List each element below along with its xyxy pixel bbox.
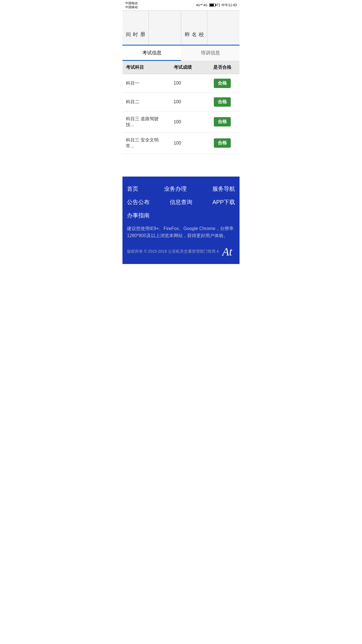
carrier1: 中国电信 [125, 1, 138, 5]
carrier2: 中国移动 [125, 5, 138, 9]
footer-link-home[interactable]: 首页 [127, 185, 138, 193]
table-row: 科目一 100 合格 [122, 74, 240, 93]
pass-2: 合格 [205, 117, 240, 126]
pass-badge-2: 合格 [214, 117, 231, 126]
col-header-subject: 考试科目 [122, 65, 170, 70]
col-header-pass: 是否合格 [205, 65, 240, 70]
tab-bar: 考试信息 培训信息 [122, 46, 240, 61]
pass-badge-0: 合格 [214, 79, 231, 88]
school-name-label-cell: 校名称 [181, 11, 208, 45]
pass-badge-1: 合格 [214, 97, 231, 107]
subject-0: 科目一 [122, 80, 170, 86]
score-0: 100 [170, 81, 205, 86]
table-row: 科目三 道路驾驶技... 100 合格 [122, 111, 240, 133]
footer-link-business[interactable]: 业务办理 [164, 185, 187, 193]
status-bar: 中国电信 中国移动 4G⁴⁶ 4G 71 中午11:43 [122, 0, 240, 10]
pass-badge-3: 合格 [214, 138, 231, 148]
score-3: 100 [170, 141, 205, 146]
footer-guide[interactable]: 办事指南 [127, 212, 235, 219]
footer-link-app[interactable]: APP下载 [212, 198, 235, 206]
school-name-cell [149, 11, 181, 45]
pass-3: 合格 [205, 138, 240, 148]
pass-1: 合格 [205, 97, 240, 107]
battery-icon [209, 3, 216, 7]
school-name-value-cell [207, 11, 240, 45]
footer-link-service[interactable]: 服务导航 [212, 185, 235, 193]
status-right: 4G⁴⁶ 4G 71 中午11:43 [196, 3, 237, 8]
score-2: 100 [170, 119, 205, 124]
battery-level: 71 [217, 3, 220, 7]
table-row: 科目二 100 合格 [122, 93, 240, 111]
tab-exam-info[interactable]: 考试信息 [122, 46, 181, 61]
copyright-text: 版权所有 © 2015-2018 公安机关交通管理部门管局 4 [127, 249, 219, 254]
col-header-score: 考试成绩 [170, 65, 205, 70]
header-table: 册时间 校名称 [122, 10, 240, 46]
table-row: 科目三 安全文明常... 100 合格 [122, 133, 240, 154]
carrier-info: 中国电信 中国移动 [125, 1, 138, 9]
footer-link-notice[interactable]: 公告公布 [127, 198, 150, 206]
footer-link-query[interactable]: 信息查询 [170, 198, 192, 206]
footer-copyright: 版权所有 © 2015-2018 公安机关交通管理部门管局 4 At [127, 245, 235, 258]
register-time-cell: 册时间 [122, 11, 149, 45]
footer-nav-row2: 公告公布 信息查询 APP下载 [127, 198, 235, 206]
spacer [122, 154, 240, 177]
subject-2: 科目三 道路驾驶技... [122, 116, 170, 128]
table-header: 考试科目 考试成绩 是否合格 [122, 61, 240, 74]
signal-text: 4G⁴⁶ 4G [196, 3, 207, 7]
footer-nav-row1: 首页 业务办理 服务导航 [127, 185, 235, 193]
score-1: 100 [170, 99, 205, 104]
subject-1: 科目二 [122, 99, 170, 105]
at-text: At [222, 245, 232, 258]
pass-0: 合格 [205, 79, 240, 88]
subject-3: 科目三 安全文明常... [122, 137, 170, 149]
tab-train-info[interactable]: 培训信息 [181, 46, 240, 61]
footer: 首页 业务办理 服务导航 公告公布 信息查询 APP下载 办事指南 建议您使用I… [122, 177, 240, 264]
clock: 中午11:43 [221, 3, 237, 8]
footer-description: 建议您使用IE9+、FireFox、Google Chrome，分辨率1280*… [127, 225, 235, 239]
